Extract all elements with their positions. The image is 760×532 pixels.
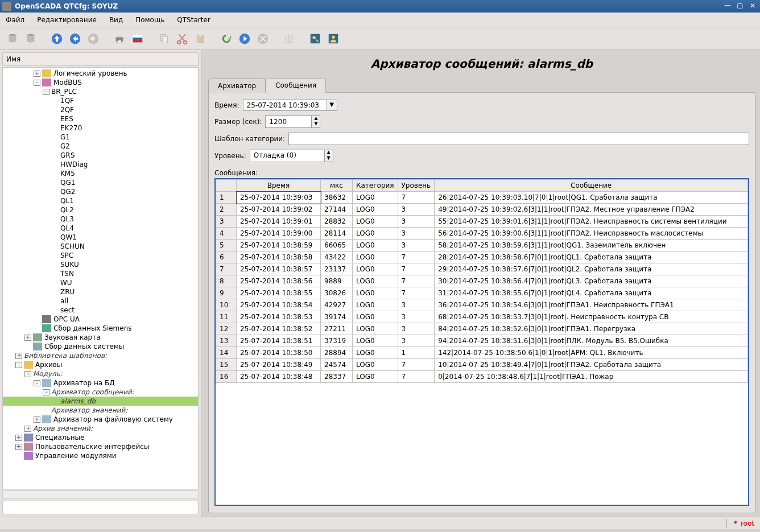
tree-node[interactable]: KM5	[3, 169, 198, 178]
tree-node[interactable]: QW1	[3, 233, 198, 242]
table-row[interactable]: 725-07-2014 10:38:5723137LOG0729|2014-07…	[216, 263, 748, 275]
cell-time[interactable]: 25-07-2014 10:38:57	[237, 263, 321, 275]
cell-n[interactable]: 4	[216, 228, 237, 240]
cell-n[interactable]: 2	[216, 204, 237, 216]
print-icon[interactable]	[111, 31, 127, 47]
cell-n[interactable]: 3	[216, 216, 237, 228]
cell-lvl[interactable]: 3	[398, 228, 435, 240]
tab-archiver[interactable]: Архиватор	[208, 79, 266, 93]
cell-lvl[interactable]: 7	[398, 192, 435, 204]
cell-lvl[interactable]: 1	[398, 347, 435, 359]
cell-cat[interactable]: LOG0	[353, 192, 398, 204]
tree-node[interactable]: G1	[3, 133, 198, 142]
cell-mcs[interactable]: 28894	[321, 347, 353, 359]
cell-lvl[interactable]: 7	[398, 275, 435, 287]
table-row[interactable]: 1125-07-2014 10:38:5339174LOG0368|2014-0…	[216, 311, 748, 323]
cell-n[interactable]: 16	[216, 371, 237, 383]
cell-n[interactable]: 13	[216, 335, 237, 347]
table-row[interactable]: 1625-07-2014 10:38:4828337LOG070|2014-07…	[216, 371, 748, 383]
tab-messages[interactable]: Сообщения	[266, 78, 326, 93]
expand-icon[interactable]: +	[15, 444, 22, 450]
cell-n[interactable]: 11	[216, 311, 237, 323]
tree-node[interactable]: +Архив значений:	[3, 424, 198, 433]
cell-lvl[interactable]: 3	[398, 323, 435, 335]
table-row[interactable]: 1225-07-2014 10:38:5227211LOG0384|2014-0…	[216, 323, 748, 335]
cell-lvl[interactable]: 7	[398, 263, 435, 275]
collapse-icon[interactable]: -	[34, 380, 40, 386]
tree-node[interactable]: +Пользовательские интерфейсы	[3, 442, 198, 451]
cell-time[interactable]: 25-07-2014 10:38:53	[237, 311, 321, 323]
cell-time[interactable]: 25-07-2014 10:38:50	[237, 347, 321, 359]
cell-msg[interactable]: 36|2014-07-25 10:38:54.6|3|0|1|root|ГПЭА…	[435, 299, 748, 311]
cell-time[interactable]: 25-07-2014 10:38:59	[237, 240, 321, 251]
cell-lvl[interactable]: 7	[398, 251, 435, 263]
cell-msg[interactable]: 30|2014-07-25 10:38:56.4|7|0|1|root|QL3.…	[435, 275, 748, 287]
cell-cat[interactable]: LOG0	[353, 311, 398, 323]
tree-node[interactable]: QG2	[3, 187, 198, 196]
tree-node[interactable]: -Модуль:	[3, 369, 198, 378]
tree-node[interactable]: all	[3, 296, 198, 306]
cell-msg[interactable]: 58|2014-07-25 10:38:59.6|3|1|1|root|QG1.…	[435, 240, 748, 251]
cell-time[interactable]: 25-07-2014 10:38:51	[237, 335, 321, 347]
user-manage-icon[interactable]	[325, 31, 341, 47]
cell-mcs[interactable]: 66065	[321, 240, 353, 251]
messages-table[interactable]: Время мкс Категория Уровень Сообщение 12…	[214, 178, 749, 506]
cell-msg[interactable]: 55|2014-07-25 10:39:01.6|3|1|1|root|ГПЭА…	[435, 216, 748, 228]
cell-n[interactable]: 1	[216, 192, 237, 204]
cell-mcs[interactable]: 30826	[321, 287, 353, 299]
cell-msg[interactable]: 31|2014-07-25 10:38:55.6|7|0|1|root|QL4.…	[435, 287, 748, 299]
cell-msg[interactable]: 10|2014-07-25 10:38:49.4|7|0|1|root|ГПЭА…	[435, 359, 748, 371]
time-input[interactable]	[243, 100, 327, 111]
cell-msg[interactable]: 68|2014-07-25 10:38:53.7|3|0|1|root|. Не…	[435, 311, 748, 323]
help-book-icon[interactable]	[281, 31, 297, 47]
cell-mcs[interactable]: 9889	[321, 275, 353, 287]
cell-lvl[interactable]: 7	[398, 371, 435, 383]
tree-node[interactable]: +Звуковая карта	[3, 333, 198, 342]
maximize-button[interactable]: ▢	[735, 2, 745, 11]
size-input[interactable]	[265, 116, 312, 128]
tree-node[interactable]: QG1	[3, 178, 198, 187]
cell-n[interactable]: 9	[216, 287, 237, 299]
cell-mcs[interactable]: 38632	[321, 192, 353, 204]
tree-node[interactable]: WU	[3, 278, 198, 287]
tree-node[interactable]: SPC	[3, 251, 198, 260]
menu-file[interactable]: Файл	[6, 16, 24, 24]
cell-mcs[interactable]: 23137	[321, 263, 353, 275]
cell-lvl[interactable]: 3	[398, 335, 435, 347]
cell-time[interactable]: 25-07-2014 10:39:01	[237, 216, 321, 228]
tree-node[interactable]: HWDiag	[3, 160, 198, 169]
cell-mcs[interactable]: 37319	[321, 335, 353, 347]
cell-mcs[interactable]: 28337	[321, 371, 353, 383]
tree-node[interactable]: -Архиватор на БД	[3, 378, 198, 387]
tree-node[interactable]: Сбор данных системы	[3, 342, 198, 351]
collapse-icon[interactable]: -	[43, 89, 49, 95]
cell-mcs[interactable]: 27144	[321, 204, 353, 216]
col-rownum[interactable]	[216, 180, 237, 192]
table-row[interactable]: 925-07-2014 10:38:5530826LOG0731|2014-07…	[216, 287, 748, 299]
level-spin-down-icon[interactable]: ▼	[325, 156, 333, 162]
table-row[interactable]: 125-07-2014 10:39:0338632LOG0726|2014-07…	[216, 192, 748, 204]
cell-mcs[interactable]: 39174	[321, 311, 353, 323]
tree-header[interactable]: Имя	[2, 52, 199, 66]
tree-node[interactable]: GRS	[3, 151, 198, 160]
col-mcs[interactable]: мкс	[321, 180, 353, 192]
cell-msg[interactable]: 94|2014-07-25 10:38:51.6|3|0|1|root|ПЛК.…	[435, 335, 748, 347]
cell-cat[interactable]: LOG0	[353, 347, 398, 359]
collapse-icon[interactable]: -	[43, 389, 49, 395]
cell-lvl[interactable]: 3	[398, 216, 435, 228]
cell-cat[interactable]: LOG0	[353, 263, 398, 275]
cell-cat[interactable]: LOG0	[353, 240, 398, 251]
tree-node[interactable]: Управление модулями	[3, 451, 198, 460]
level-select[interactable]: Отладка (0)	[250, 150, 325, 162]
nav-forward-icon[interactable]	[85, 31, 101, 47]
cell-lvl[interactable]: 3	[398, 311, 435, 323]
tree-node[interactable]: SCHUN	[3, 242, 198, 251]
cell-cat[interactable]: LOG0	[353, 275, 398, 287]
cell-msg[interactable]: 142|2014-07-25 10:38:50.6|1|0|1|root|АРМ…	[435, 347, 748, 359]
expand-icon[interactable]: +	[24, 426, 31, 432]
cell-time[interactable]: 25-07-2014 10:38:52	[237, 323, 321, 335]
language-icon[interactable]	[130, 31, 146, 47]
tree-node[interactable]: +Библиотека шаблонов:	[3, 351, 198, 360]
col-time[interactable]: Время	[237, 180, 321, 192]
tree-node[interactable]: QL1	[3, 196, 198, 205]
